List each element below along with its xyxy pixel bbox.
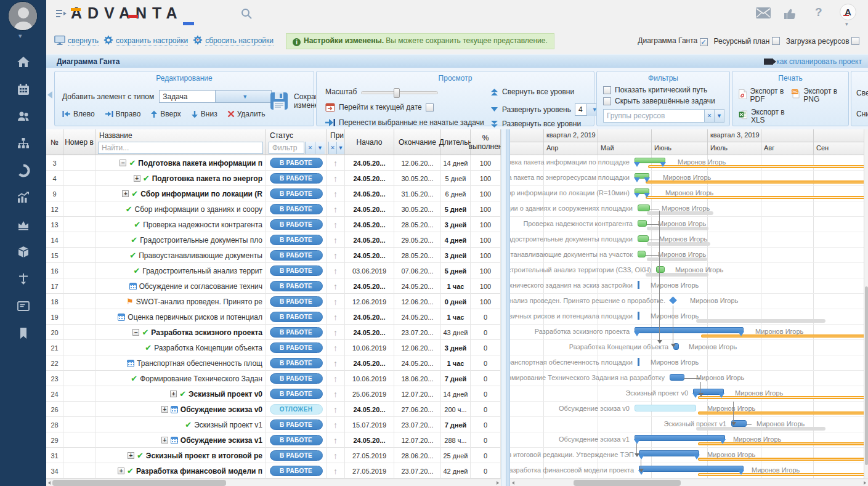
gantt-bar[interactable] xyxy=(635,188,649,194)
gantt-bar[interactable] xyxy=(638,251,646,257)
status-badge[interactable]: В РАБОТЕ xyxy=(270,358,323,368)
status-badge[interactable]: В РАБОТЕ xyxy=(270,373,323,384)
gantt-scroll-left-icon[interactable] xyxy=(512,481,514,485)
task-name-cell[interactable]: −✔Подготовка пакета информации п xyxy=(95,155,266,171)
status-badge[interactable]: В РАБОТЕ xyxy=(270,327,323,338)
help-icon[interactable]: ? xyxy=(815,6,822,19)
status-badge[interactable]: В РАБОТЕ xyxy=(270,342,323,353)
table-scroll-strip[interactable] xyxy=(501,129,506,486)
task-name-cell[interactable]: +Обсуждение эскиза v1 xyxy=(95,432,266,448)
move-down-button[interactable]: Вниз xyxy=(191,110,217,118)
status-badge[interactable]: В РАБОТЕ xyxy=(270,312,323,322)
status-badge[interactable]: В РАБОТЕ xyxy=(270,173,323,184)
table-row[interactable]: 9+✔Сбор информации по локации (RВ РАБОТЕ… xyxy=(46,186,501,201)
calendar-icon[interactable] xyxy=(15,81,31,97)
col-header-percent[interactable]: % выполнен xyxy=(471,129,501,155)
table-row[interactable]: 31+✔Эскизный проект в итоговой реВ РАБОТ… xyxy=(46,448,501,463)
table-row[interactable]: 12✔Сбор информации о зданиях и сооруВ РА… xyxy=(46,201,501,217)
status-badge[interactable]: В РАБОТЕ xyxy=(270,435,323,445)
gantt-hscroll-thumb[interactable] xyxy=(574,480,681,486)
mail-icon[interactable] xyxy=(756,7,771,20)
search-icon[interactable] xyxy=(240,7,253,22)
resource-groups-input[interactable]: Группы ресурсов ✕▼ xyxy=(603,109,724,123)
task-name-cell[interactable]: +✔Сбор информации по локации (R xyxy=(95,186,266,201)
task-name-cell[interactable]: +Обсуждение эскиза v0 xyxy=(95,402,266,417)
gantt-bar[interactable] xyxy=(638,358,639,366)
gantt-bar[interactable] xyxy=(670,374,684,381)
avatar-chevron-down-icon[interactable]: ▾ xyxy=(18,32,22,40)
status-badge[interactable]: В РАБОТЕ xyxy=(270,389,323,399)
col-header-duration[interactable]: Длительн xyxy=(441,129,471,155)
resource-load-checkbox[interactable] xyxy=(851,37,859,45)
trending-chart-icon[interactable] xyxy=(15,190,31,206)
user-avatar[interactable] xyxy=(8,1,38,31)
priority-filter-chevron-icon[interactable]: ▼ xyxy=(336,142,344,154)
collapse-toggle[interactable]: − xyxy=(132,329,139,336)
task-name-cell[interactable]: ✔Сбор информации о зданиях и соору xyxy=(95,201,266,217)
delete-button[interactable]: Удалить xyxy=(227,110,266,118)
table-row[interactable]: 28✔Эскизный проект v1В РАБОТЕ↑15.07.2019… xyxy=(46,417,501,432)
task-name-cell[interactable]: ✔Градостроительный анализ террит xyxy=(95,263,266,278)
task-name-cell[interactable]: Транспортная обеспеченность площ xyxy=(95,355,266,371)
scroll-right-icon[interactable] xyxy=(497,481,499,485)
hide-done-checkbox[interactable] xyxy=(603,97,611,105)
expand-all-levels-button[interactable]: Развернуть все уровни xyxy=(490,119,581,128)
expand-toggle[interactable]: + xyxy=(134,175,140,182)
table-row[interactable]: 26+Обсуждение эскиза v0ОТЛОЖЕН↑24.05.20.… xyxy=(46,402,501,417)
table-row[interactable]: 14✔Градостроительные документы плоВ РАБО… xyxy=(46,232,501,248)
task-name-cell[interactable]: +✔Эскизный проект в итоговой ре xyxy=(95,448,266,463)
task-name-cell[interactable]: ✔Градостроительные документы пло xyxy=(95,232,266,248)
export-xls-button[interactable]: Экспорт в XLS xyxy=(739,108,788,124)
task-name-cell[interactable]: ✔Правоустанавливающие документы xyxy=(95,248,266,263)
task-name-cell[interactable]: +✔Разработка финансовой модели п xyxy=(95,463,266,479)
vscroll-thumb[interactable] xyxy=(865,286,868,465)
priority-filter-clear-icon[interactable]: ✕ xyxy=(328,142,336,154)
gantt-bar[interactable] xyxy=(639,466,744,472)
expand-toggle[interactable]: + xyxy=(118,468,124,474)
pane-splitter[interactable] xyxy=(506,129,510,486)
task-name-cell[interactable]: ✔Разработка Концепции объекта xyxy=(95,340,266,355)
table-row[interactable]: 21✔Разработка Концепции объектаВ РАБОТЕ↑… xyxy=(46,340,501,355)
table-row[interactable]: 4+✔Подготовка пакета по энергорВ РАБОТЕ↑… xyxy=(46,171,501,186)
vscrollbar[interactable] xyxy=(864,129,868,479)
expand-level-select[interactable]: 4▼ xyxy=(575,103,599,116)
status-badge[interactable]: В РАБОТЕ xyxy=(270,281,323,291)
task-name-cell[interactable]: ✔Проверка надежности контрагента xyxy=(95,217,266,232)
how-to-plan-link[interactable]: как спланировать проект xyxy=(764,57,862,66)
reset-settings-link[interactable]: сбросить настройки xyxy=(205,36,274,46)
gantt-bar[interactable] xyxy=(693,389,724,395)
ribbon-collapse-arrow-icon[interactable] xyxy=(47,91,52,99)
status-badge[interactable]: В РАБОТЕ xyxy=(270,204,323,214)
status-badge[interactable]: В РАБОТЕ xyxy=(270,188,323,199)
table-row[interactable]: 22Транспортная обеспеченность площВ РАБО… xyxy=(46,355,501,371)
expand-toggle[interactable]: + xyxy=(128,452,134,459)
status-badge[interactable]: В РАБОТЕ xyxy=(270,158,323,168)
col-header-num[interactable]: № xyxy=(46,129,63,155)
cube-icon[interactable] xyxy=(15,244,31,260)
task-name-cell[interactable]: ✔Формирование Технического Задан xyxy=(95,371,266,386)
export-png-button[interactable]: PNG Экспорт в PNG xyxy=(791,87,843,103)
move-unstarted-tasks-button[interactable]: Перенести выбранные не начатые задачи xyxy=(325,118,484,127)
col-header-code[interactable]: Номер в xyxy=(63,129,95,155)
bookmark-icon[interactable] xyxy=(15,325,31,341)
table-row[interactable]: 16✔Градостроительный анализ территВ РАБО… xyxy=(46,263,501,278)
task-name-cell[interactable]: ✔Эскизный проект v1 xyxy=(95,417,266,432)
expand-toggle[interactable]: + xyxy=(161,406,168,413)
critical-path-checkbox[interactable] xyxy=(603,86,611,94)
gantt-bar[interactable] xyxy=(639,450,699,456)
status-badge[interactable]: В РАБОТЕ xyxy=(270,450,323,461)
scale-slider[interactable] xyxy=(361,91,438,94)
table-hscrollbar[interactable] xyxy=(46,479,501,486)
table-row[interactable]: 13✔Проверка надежности контрагентаВ РАБО… xyxy=(46,217,501,232)
slider-thumb[interactable] xyxy=(394,88,400,98)
resource-plan-checkbox[interactable] xyxy=(772,37,780,45)
advanta-logo[interactable]: ADVANTA xyxy=(71,4,183,22)
table-row[interactable]: 15✔Правоустанавливающие документыВ РАБОТ… xyxy=(46,248,501,263)
crown-icon[interactable] xyxy=(15,217,31,233)
milestone-pin-icon[interactable] xyxy=(15,271,31,287)
indent-button[interactable]: Вправо xyxy=(105,110,141,118)
users-icon[interactable] xyxy=(15,108,31,124)
status-filter-input[interactable]: Фильтр xyxy=(269,142,304,154)
col-header-name[interactable]: Название Найти... xyxy=(95,129,266,155)
table-row[interactable]: 17Обсуждение и согласование техничВ РАБО… xyxy=(46,278,501,294)
